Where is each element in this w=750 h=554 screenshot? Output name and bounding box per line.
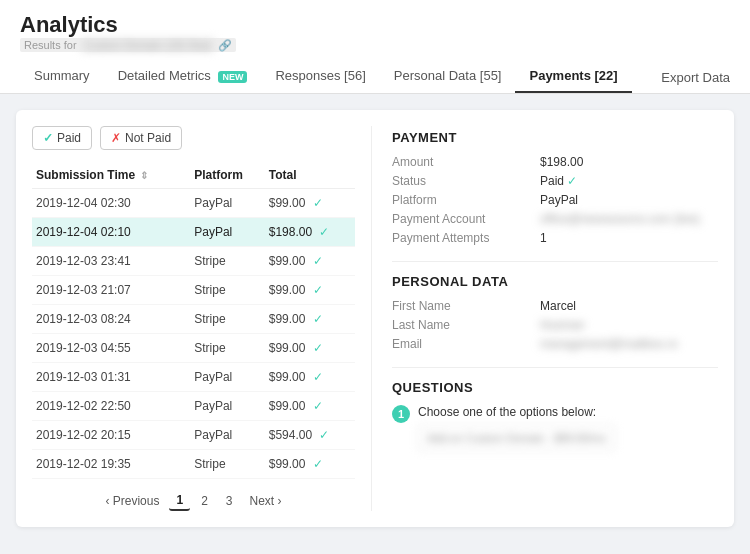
row-paid-icon: ✓ <box>309 341 322 355</box>
email-label: Email <box>392 337 532 351</box>
cell-total: $99.00 ✓ <box>265 276 355 305</box>
cell-platform: Stripe <box>190 276 264 305</box>
cell-platform: Stripe <box>190 450 264 479</box>
paid-filter-button[interactable]: ✓ Paid <box>32 126 92 150</box>
row-paid-icon: ✓ <box>309 457 322 471</box>
table-header-row: Submission Time ⇕ Platform Total <box>32 162 355 189</box>
questions-section: QUESTIONS 1 Choose one of the options be… <box>392 380 718 451</box>
status-value: Paid ✓ <box>540 174 718 188</box>
personal-data-grid: First Name Marcel Last Name Husman Email… <box>392 299 718 351</box>
tab-personal-data[interactable]: Personal Data [55] <box>380 60 516 93</box>
table-row[interactable]: 2019-12-03 04:55 Stripe $99.00 ✓ <box>32 334 355 363</box>
question-item-1: 1 Choose one of the options below: Add-o… <box>392 405 718 451</box>
content-card: ✓ Paid ✗ Not Paid Submission Time ⇕ Plat… <box>16 110 734 527</box>
payment-info-grid: Amount $198.00 Status Paid ✓ Platform Pa… <box>392 155 718 245</box>
cell-platform: Stripe <box>190 247 264 276</box>
questions-section-title: QUESTIONS <box>392 380 718 395</box>
subtitle-text: Results for Custom Domain (19) Deal 🔗 <box>20 38 236 52</box>
cell-total: $99.00 ✓ <box>265 247 355 276</box>
tab-responses[interactable]: Responses [56] <box>261 60 379 93</box>
cell-total: $99.00 ✓ <box>265 334 355 363</box>
deal-name: Custom Domain (19) Deal <box>80 38 215 52</box>
cell-time: 2019-12-02 20:15 <box>32 421 190 450</box>
cell-time: 2019-12-03 01:31 <box>32 363 190 392</box>
tab-summary[interactable]: Summary <box>20 60 104 93</box>
paid-check-icon: ✓ <box>567 174 577 188</box>
cell-total: $99.00 ✓ <box>265 305 355 334</box>
cell-platform: PayPal <box>190 218 264 247</box>
table-row[interactable]: 2019-12-02 22:50 PayPal $99.00 ✓ <box>32 392 355 421</box>
header: Analytics Results for Custom Domain (19)… <box>0 0 750 94</box>
cell-time: 2019-12-03 04:55 <box>32 334 190 363</box>
cell-platform: PayPal <box>190 392 264 421</box>
divider-1 <box>392 261 718 262</box>
divider-2 <box>392 367 718 368</box>
table-row[interactable]: 2019-12-03 08:24 Stripe $99.00 ✓ <box>32 305 355 334</box>
cell-platform: PayPal <box>190 421 264 450</box>
last-name-label: Last Name <box>392 318 532 332</box>
account-label: Payment Account <box>392 212 532 226</box>
platform-label: Platform <box>392 193 532 207</box>
amount-value: $198.00 <box>540 155 718 169</box>
prev-button[interactable]: ‹ Previous <box>99 492 165 510</box>
row-paid-icon: ✓ <box>309 283 322 297</box>
col-total: Total <box>265 162 355 189</box>
table-row[interactable]: 2019-12-03 23:41 Stripe $99.00 ✓ <box>32 247 355 276</box>
check-icon: ✓ <box>43 131 53 145</box>
amount-label: Amount <box>392 155 532 169</box>
answer-box-1: Add-on Custom Domain - $99.00/mo <box>418 425 615 451</box>
table-body: 2019-12-04 02:30 PayPal $99.00 ✓ 2019-12… <box>32 189 355 479</box>
cell-platform: Stripe <box>190 334 264 363</box>
cell-total: $99.00 ✓ <box>265 450 355 479</box>
cell-time: 2019-12-02 19:35 <box>32 450 190 479</box>
tab-detailed-metrics[interactable]: Detailed Metrics NEW <box>104 60 262 93</box>
first-name-label: First Name <box>392 299 532 313</box>
next-button[interactable]: Next › <box>244 492 288 510</box>
tab-payments[interactable]: Payments [22] <box>515 60 631 93</box>
cell-total: $99.00 ✓ <box>265 189 355 218</box>
row-paid-icon: ✓ <box>309 370 322 384</box>
table-row[interactable]: 2019-12-02 19:35 Stripe $99.00 ✓ <box>32 450 355 479</box>
cell-time: 2019-12-03 08:24 <box>32 305 190 334</box>
right-panel: PAYMENT Amount $198.00 Status Paid ✓ Pla… <box>372 126 718 511</box>
x-icon: ✗ <box>111 131 121 145</box>
personal-data-section-title: PERSONAL DATA <box>392 274 718 289</box>
table-row[interactable]: 2019-12-02 20:15 PayPal $594.00 ✓ <box>32 421 355 450</box>
last-name-value: Husman <box>540 318 718 332</box>
row-paid-icon: ✓ <box>309 399 322 413</box>
row-paid-icon: ✓ <box>309 196 322 210</box>
cell-time: 2019-12-04 02:30 <box>32 189 190 218</box>
col-platform: Platform <box>190 162 264 189</box>
table-row[interactable]: 2019-12-03 21:07 Stripe $99.00 ✓ <box>32 276 355 305</box>
page-3[interactable]: 3 <box>219 492 240 510</box>
page-title: Analytics <box>20 12 730 38</box>
filter-row: ✓ Paid ✗ Not Paid <box>32 126 355 150</box>
table-row[interactable]: 2019-12-04 02:30 PayPal $99.00 ✓ <box>32 189 355 218</box>
table-row[interactable]: 2019-12-04 02:10 PayPal $198.00 ✓ <box>32 218 355 247</box>
page-2[interactable]: 2 <box>194 492 215 510</box>
account-value: office@newssource.com (live) <box>540 212 718 226</box>
export-data-button[interactable]: Export Data <box>647 62 730 93</box>
cell-platform: PayPal <box>190 189 264 218</box>
new-badge: NEW <box>218 71 247 83</box>
payments-table: Submission Time ⇕ Platform Total 2019-12… <box>32 162 355 479</box>
cell-time: 2019-12-02 22:50 <box>32 392 190 421</box>
cell-total: $594.00 ✓ <box>265 421 355 450</box>
main-content: ✓ Paid ✗ Not Paid Submission Time ⇕ Plat… <box>0 94 750 543</box>
question-number-1: 1 <box>392 405 410 423</box>
row-paid-icon: ✓ <box>316 225 329 239</box>
status-label: Status <box>392 174 532 188</box>
cell-time: 2019-12-03 23:41 <box>32 247 190 276</box>
table-row[interactable]: 2019-12-03 01:31 PayPal $99.00 ✓ <box>32 363 355 392</box>
row-paid-icon: ✓ <box>309 254 322 268</box>
page-1[interactable]: 1 <box>169 491 190 511</box>
cell-total: $99.00 ✓ <box>265 363 355 392</box>
payment-section-title: PAYMENT <box>392 130 718 145</box>
tab-bar: Summary Detailed Metrics NEW Responses [… <box>20 60 730 93</box>
row-paid-icon: ✓ <box>309 312 322 326</box>
sort-icon: ⇕ <box>140 170 148 181</box>
not-paid-filter-button[interactable]: ✗ Not Paid <box>100 126 182 150</box>
cell-platform: PayPal <box>190 363 264 392</box>
pagination: ‹ Previous 1 2 3 Next › <box>32 491 355 511</box>
left-panel: ✓ Paid ✗ Not Paid Submission Time ⇕ Plat… <box>32 126 372 511</box>
